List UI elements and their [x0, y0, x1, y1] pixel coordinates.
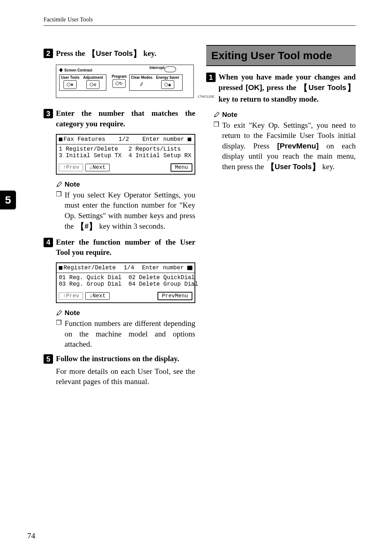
clear-modes-label: Clear Modes: [131, 76, 152, 79]
note-heading: Note: [56, 180, 195, 188]
cursor-icon: [187, 266, 192, 270]
header-rule: [44, 25, 356, 26]
right-column: Exiting User Tool mode 1 When you have m…: [206, 44, 356, 387]
cursor-icon: [188, 138, 191, 141]
pencil-icon: [213, 111, 220, 118]
left-column: 2 Press the 【User Tools】 key. Interrupt …: [44, 44, 195, 387]
note3-text-post: key within 3 seconds.: [97, 222, 165, 230]
right-note-body: ❒ To exit "Key Op. Settings", you need t…: [213, 120, 356, 173]
step-3-text: Enter the number that matches the catego…: [56, 108, 195, 129]
lcd2-prompt: Enter number: [142, 265, 184, 271]
step-2: 2 Press the 【User Tools】 key.: [44, 48, 195, 60]
control-panel-illustration: Interrupt Screen Contrast User Tools ✥ A…: [56, 65, 194, 98]
step-4-text: Enter the function number of the User To…: [56, 237, 195, 258]
ok-key-label: [OK]: [246, 83, 262, 91]
step-2-text: Press the 【User Tools】 key.: [56, 48, 156, 60]
lcd1-item-4: 4 Initial Setup RX: [128, 152, 191, 159]
step-1-text: When you have made your changes and pres…: [219, 72, 356, 104]
note-label: Note: [222, 111, 237, 119]
lcd1-page: 1/2: [119, 136, 129, 143]
r-step1-mid: , press the: [262, 83, 299, 92]
bullet-icon: ❒: [213, 120, 219, 173]
step-5: 5 Follow the instructions on the display…: [44, 354, 195, 364]
step-number-2-icon: 2: [44, 49, 53, 58]
pencil-icon: [56, 310, 62, 316]
lcd-screen-register-delete: Register/Delete 1/4 Enter number 01 Reg.…: [56, 262, 195, 303]
note-label: Note: [65, 180, 80, 188]
note-label: Note: [65, 309, 80, 317]
lcd1-item-2: 2 Reports/Lists: [128, 146, 181, 152]
hash-key: #: [85, 222, 89, 230]
image-code: LTWO120E: [198, 95, 215, 98]
adjustment-button-icon: ⚙: [86, 80, 99, 89]
user-tools-key-label: User Tools: [309, 83, 346, 91]
energy-saver-button-icon: ◉: [161, 80, 174, 89]
energy-saver-label: Energy Saver: [156, 76, 179, 79]
prev-button[interactable]: ↑Prev: [59, 164, 83, 171]
note-4-body: ❒ Function numbers are different dependi…: [56, 318, 195, 349]
lcd2-item-2: 02 Delete QuickDial: [128, 274, 195, 281]
prevmenu-button[interactable]: PrevMenu: [158, 292, 192, 300]
lcd-screen-fax-features: Fax Features 1/2 Enter number 1 Register…: [56, 134, 195, 175]
running-header: Facsimile User Tools: [44, 16, 93, 23]
step2-post: key.: [142, 49, 156, 58]
lcd1-prompt: Enter number: [142, 136, 184, 143]
step-number-5-icon: 5: [44, 354, 53, 364]
lcd1-item-1: 1 Register/Delete: [59, 146, 118, 152]
square-icon: [59, 266, 62, 270]
step-number-4-icon: 4: [44, 238, 53, 247]
adjustment-label: Adjustment: [83, 76, 103, 79]
user-tools-key-label: User Tools: [96, 49, 133, 57]
note-heading: Note: [213, 111, 356, 119]
contrast-icon: [59, 68, 63, 72]
step-5-body: For more details on each User Tool, see …: [56, 366, 195, 387]
step-5-text: Follow the instructions on the display.: [56, 354, 179, 364]
program-label: Program: [112, 74, 127, 78]
user-tools-button-icon: ✥: [64, 80, 77, 89]
user-tools-label: User Tools: [61, 76, 79, 79]
interrupt-label: Interrupt: [150, 66, 164, 70]
menu-button[interactable]: Menu: [171, 163, 192, 172]
lcd2-item-1: 01 Reg. Quick Dial: [59, 274, 122, 281]
bullet-icon: ❒: [56, 190, 62, 232]
r-step1-post: key to return to standby mode.: [219, 95, 319, 103]
prevmenu-key-label: [PrevMenu]: [277, 142, 319, 150]
bullet-icon: ❒: [56, 318, 62, 349]
square-icon: [59, 138, 62, 141]
section-title: Exiting User Tool mode: [206, 45, 356, 66]
next-button[interactable]: ↓Next: [85, 164, 110, 171]
note4-text: Function numbers are different depending…: [65, 318, 195, 349]
lcd2-title: Register/Delete: [64, 265, 116, 271]
note-3-body: ❒ If you select Key Operator Settings, y…: [56, 190, 195, 232]
lcd1-item-3: 3 Initial Setup TX: [59, 152, 122, 159]
prev-button[interactable]: ↑Prev: [59, 292, 83, 300]
user-tools-key-label: User Tools: [275, 163, 312, 171]
step-number-3-icon: 3: [44, 109, 53, 118]
program-button-icon: ↻: [113, 79, 126, 88]
next-button[interactable]: ↓Next: [85, 292, 110, 300]
r-note-post: key.: [320, 162, 335, 171]
step-1: 1 When you have made your changes and pr…: [206, 72, 356, 104]
step-4: 4 Enter the function number of the User …: [44, 237, 195, 258]
note-heading: Note: [56, 309, 195, 317]
lcd2-item-4: 04 Delete Group Dial: [128, 281, 198, 287]
step-3: 3 Enter the number that matches the cate…: [44, 108, 195, 129]
page-number: 74: [27, 531, 35, 540]
lcd2-page: 1/4: [124, 265, 134, 271]
lcd2-item-3: 03 Reg. Group Dial: [59, 281, 122, 287]
lcd1-title: Fax Features: [64, 136, 105, 143]
step-number-1-icon: 1: [206, 73, 216, 82]
clear-modes-button-icon: ⫽: [135, 80, 148, 88]
step2-pre: Press the: [56, 49, 87, 58]
screen-contrast-label: Screen Contrast: [64, 68, 92, 72]
chapter-tab: 5: [0, 191, 16, 209]
pencil-icon: [56, 181, 62, 188]
interrupt-lamp-icon: [164, 66, 176, 72]
